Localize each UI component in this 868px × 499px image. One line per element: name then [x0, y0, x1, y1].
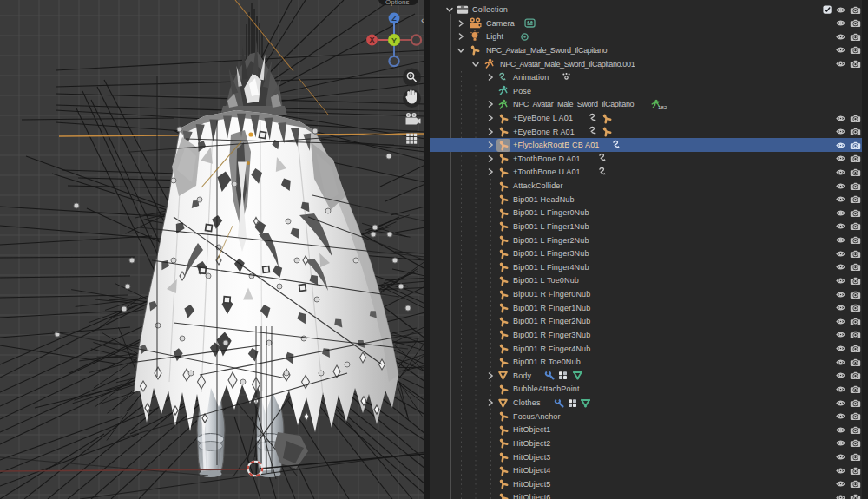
svg-text:Options: Options — [385, 0, 410, 6]
svg-text:Y: Y — [391, 36, 397, 45]
svg-text:Z: Z — [391, 14, 397, 23]
svg-text:X: X — [369, 36, 374, 44]
svg-text:‹: ‹ — [421, 16, 424, 25]
